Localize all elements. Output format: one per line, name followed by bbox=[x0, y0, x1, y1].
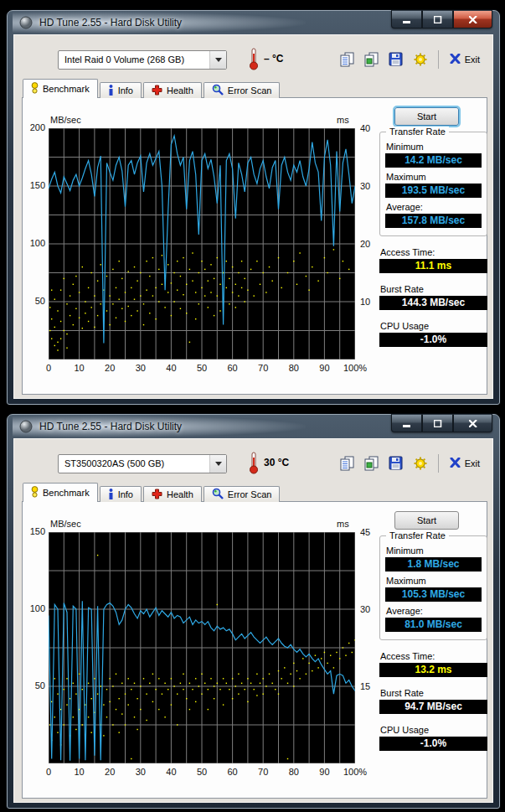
axis-label: 80 bbox=[277, 767, 311, 777]
tab-label: Benchmark bbox=[43, 488, 90, 498]
drive-select[interactable]: ST3500320AS (500 GB) bbox=[58, 454, 227, 473]
app-icon bbox=[19, 16, 33, 29]
drive-select-value: ST3500320AS (500 GB) bbox=[64, 458, 164, 468]
tab-health[interactable]: Health bbox=[143, 82, 202, 98]
access-time-block: Access Time: 11.1 ms bbox=[379, 247, 487, 273]
chevron-down-icon[interactable] bbox=[209, 455, 226, 473]
axis-label: 40 bbox=[360, 123, 380, 133]
health-cross-icon bbox=[152, 489, 162, 501]
copy-text-button[interactable] bbox=[338, 454, 357, 473]
axis-label: 30 bbox=[124, 767, 157, 777]
save-button[interactable] bbox=[387, 50, 405, 69]
titlebar[interactable]: HD Tune 2.55 - Hard Disk Utility bbox=[8, 415, 499, 438]
options-button[interactable] bbox=[411, 50, 430, 69]
titlebar[interactable]: HD Tune 2.55 - Hard Disk Utility bbox=[8, 11, 499, 34]
axis-label: 50 bbox=[185, 363, 219, 373]
app-icon bbox=[19, 420, 33, 433]
toolbar: Exit bbox=[338, 49, 482, 70]
axis-label: 10 bbox=[360, 297, 380, 307]
info-icon bbox=[108, 489, 114, 501]
access-time-value: 11.1 ms bbox=[379, 259, 487, 273]
start-button[interactable]: Start bbox=[394, 511, 459, 530]
magnifier-icon bbox=[212, 84, 224, 97]
axis-label: 0 bbox=[32, 767, 65, 777]
axis-label: ms bbox=[337, 115, 349, 125]
axis-label: 0 bbox=[32, 363, 65, 373]
maximum-value: 105.3 MB/sec bbox=[385, 587, 482, 602]
axis-label: 150 bbox=[23, 180, 45, 190]
group-label: Transfer Rate bbox=[386, 530, 449, 540]
hdtune-window-st3500320as: HD Tune 2.55 - Hard Disk Utility ST35003… bbox=[7, 414, 500, 809]
average-value: 157.8 MB/sec bbox=[385, 214, 482, 228]
tab-info[interactable]: Info bbox=[100, 82, 142, 98]
cpu-usage-block: CPU Usage -1.0% bbox=[379, 321, 487, 347]
client-area: ST3500320AS (500 GB) 30 °C Exit bbox=[13, 438, 493, 803]
maximum-label: Maximum bbox=[386, 576, 482, 586]
client-area: Intel Raid 0 Volume (268 GB) – °C Exit bbox=[13, 34, 493, 399]
axis-label: 30 bbox=[124, 363, 157, 373]
hdtune-window-raid: HD Tune 2.55 - Hard Disk Utility Intel R… bbox=[7, 10, 500, 405]
exit-button[interactable]: Exit bbox=[447, 458, 482, 469]
exit-label: Exit bbox=[465, 458, 480, 468]
minimum-value: 14.2 MB/sec bbox=[385, 153, 482, 168]
group-label: Transfer Rate bbox=[386, 127, 449, 137]
axis-label: 10 bbox=[63, 363, 96, 373]
cpu-usage-label: CPU Usage bbox=[380, 321, 487, 331]
axis-label: 50 bbox=[23, 680, 45, 690]
drive-select[interactable]: Intel Raid 0 Volume (268 GB) bbox=[58, 50, 227, 70]
window-controls bbox=[391, 10, 492, 28]
exit-button[interactable]: Exit bbox=[447, 54, 482, 65]
options-button[interactable] bbox=[411, 454, 430, 473]
chevron-down-icon[interactable] bbox=[209, 51, 226, 69]
exit-label: Exit bbox=[465, 54, 480, 65]
axis-label: 60 bbox=[216, 363, 250, 373]
magnifier-icon bbox=[212, 488, 224, 501]
minimize-button[interactable] bbox=[391, 10, 422, 28]
burst-rate-block: Burst Rate 144.3 MB/sec bbox=[379, 284, 487, 310]
close-button[interactable] bbox=[453, 10, 492, 28]
maximize-button[interactable] bbox=[422, 10, 453, 28]
burst-rate-value: 144.3 MB/sec bbox=[379, 296, 487, 310]
drive-select-value: Intel Raid 0 Volume (268 GB) bbox=[64, 54, 184, 65]
start-button[interactable]: Start bbox=[394, 107, 459, 126]
benchmark-icon bbox=[31, 486, 39, 499]
cpu-usage-block: CPU Usage -1.0% bbox=[379, 725, 487, 751]
copy-image-button[interactable] bbox=[363, 50, 381, 69]
maximum-value: 193.5 MB/sec bbox=[385, 184, 482, 198]
axis-label: 20 bbox=[360, 239, 380, 249]
copy-image-button[interactable] bbox=[363, 454, 381, 473]
tab-info[interactable]: Info bbox=[100, 486, 142, 502]
axis-label: 60 bbox=[216, 767, 250, 777]
save-button[interactable] bbox=[387, 454, 405, 473]
maximize-button[interactable] bbox=[422, 414, 453, 432]
tab-health[interactable]: Health bbox=[143, 486, 202, 502]
access-time-label: Access Time: bbox=[380, 247, 487, 257]
stats-panel: Transfer Rate Minimum 1.8 MB/sec Maximum… bbox=[379, 535, 487, 755]
minimize-button[interactable] bbox=[391, 414, 422, 432]
average-label: Average: bbox=[386, 606, 482, 616]
tab-label: Info bbox=[118, 85, 133, 96]
burst-rate-block: Burst Rate 94.7 MB/sec bbox=[379, 688, 487, 714]
stats-panel: Transfer Rate Minimum 14.2 MB/sec Maximu… bbox=[379, 132, 487, 351]
exit-x-icon bbox=[450, 54, 461, 65]
axis-label: 70 bbox=[246, 767, 280, 777]
axis-label: 40 bbox=[154, 767, 188, 777]
info-icon bbox=[108, 85, 114, 97]
toolbar-separator bbox=[438, 454, 439, 473]
axis-label: ms bbox=[337, 519, 349, 529]
close-button[interactable] bbox=[453, 414, 492, 432]
axis-label: 70 bbox=[246, 363, 280, 373]
tab-benchmark[interactable]: Benchmark bbox=[23, 483, 98, 502]
window-controls bbox=[391, 414, 492, 432]
axis-label: 10 bbox=[63, 767, 96, 777]
tab-error-scan[interactable]: Error Scan bbox=[204, 82, 281, 98]
minimum-label: Minimum bbox=[386, 546, 482, 556]
tab-benchmark[interactable]: Benchmark bbox=[23, 79, 98, 98]
axis-label: 45 bbox=[360, 527, 380, 537]
temperature-readout: – °C bbox=[264, 53, 283, 65]
desktop: { "windows": [ { "title": "HD Tune 2.55 … bbox=[0, 0, 505, 812]
tab-error-scan[interactable]: Error Scan bbox=[204, 486, 281, 502]
copy-text-button[interactable] bbox=[338, 50, 357, 69]
tabstrip: Benchmark Info Health Error Scan bbox=[23, 483, 281, 502]
tab-label: Benchmark bbox=[43, 84, 90, 94]
